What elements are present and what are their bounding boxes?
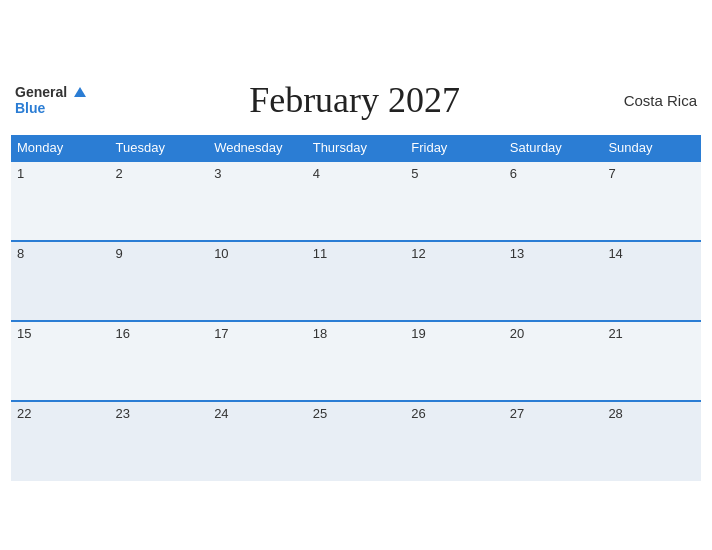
day-number: 14: [608, 246, 622, 261]
logo-blue: Blue: [15, 100, 45, 116]
calendar-day-cell: 3: [208, 161, 307, 241]
day-number: 19: [411, 326, 425, 341]
day-number: 23: [116, 406, 130, 421]
calendar-container: General Blue February 2027 Costa Rica Mo…: [11, 69, 701, 481]
calendar-day-cell: 23: [110, 401, 209, 481]
day-number: 4: [313, 166, 320, 181]
calendar-day-cell: 1: [11, 161, 110, 241]
day-number: 16: [116, 326, 130, 341]
calendar-day-cell: 27: [504, 401, 603, 481]
header-friday: Friday: [405, 135, 504, 161]
header-tuesday: Tuesday: [110, 135, 209, 161]
calendar-day-cell: 7: [602, 161, 701, 241]
calendar-day-cell: 20: [504, 321, 603, 401]
calendar-day-cell: 4: [307, 161, 406, 241]
header-thursday: Thursday: [307, 135, 406, 161]
calendar-day-cell: 21: [602, 321, 701, 401]
calendar-day-cell: 22: [11, 401, 110, 481]
header-sunday: Sunday: [602, 135, 701, 161]
calendar-day-cell: 28: [602, 401, 701, 481]
calendar-day-cell: 17: [208, 321, 307, 401]
day-number: 22: [17, 406, 31, 421]
logo-general: General: [15, 84, 67, 100]
day-number: 26: [411, 406, 425, 421]
calendar-day-cell: 12: [405, 241, 504, 321]
calendar-table: Monday Tuesday Wednesday Thursday Friday…: [11, 135, 701, 481]
day-number: 6: [510, 166, 517, 181]
day-number: 11: [313, 246, 327, 261]
calendar-week-row: 22232425262728: [11, 401, 701, 481]
day-number: 12: [411, 246, 425, 261]
day-number: 5: [411, 166, 418, 181]
logo: General Blue: [15, 84, 86, 116]
day-number: 15: [17, 326, 31, 341]
day-number: 18: [313, 326, 327, 341]
day-number: 10: [214, 246, 228, 261]
day-number: 17: [214, 326, 228, 341]
calendar-day-cell: 8: [11, 241, 110, 321]
calendar-day-cell: 18: [307, 321, 406, 401]
day-number: 27: [510, 406, 524, 421]
calendar-week-row: 15161718192021: [11, 321, 701, 401]
day-number: 1: [17, 166, 24, 181]
calendar-day-cell: 2: [110, 161, 209, 241]
day-number: 13: [510, 246, 524, 261]
day-number: 9: [116, 246, 123, 261]
header-saturday: Saturday: [504, 135, 603, 161]
calendar-title: February 2027: [249, 79, 460, 121]
calendar-day-cell: 25: [307, 401, 406, 481]
calendar-week-row: 891011121314: [11, 241, 701, 321]
logo-line1: General: [15, 84, 86, 100]
calendar-day-cell: 11: [307, 241, 406, 321]
header-monday: Monday: [11, 135, 110, 161]
day-number: 28: [608, 406, 622, 421]
day-number: 24: [214, 406, 228, 421]
calendar-header: General Blue February 2027 Costa Rica: [11, 69, 701, 135]
day-number: 20: [510, 326, 524, 341]
calendar-day-cell: 14: [602, 241, 701, 321]
calendar-day-cell: 6: [504, 161, 603, 241]
day-number: 8: [17, 246, 24, 261]
day-number: 25: [313, 406, 327, 421]
day-number: 7: [608, 166, 615, 181]
logo-line2: Blue: [15, 100, 86, 116]
calendar-day-cell: 19: [405, 321, 504, 401]
weekday-header-row: Monday Tuesday Wednesday Thursday Friday…: [11, 135, 701, 161]
day-number: 2: [116, 166, 123, 181]
calendar-day-cell: 5: [405, 161, 504, 241]
calendar-day-cell: 26: [405, 401, 504, 481]
country-label: Costa Rica: [624, 92, 697, 109]
header-wednesday: Wednesday: [208, 135, 307, 161]
calendar-day-cell: 24: [208, 401, 307, 481]
calendar-day-cell: 13: [504, 241, 603, 321]
calendar-week-row: 1234567: [11, 161, 701, 241]
logo-triangle-icon: [74, 87, 86, 97]
calendar-day-cell: 16: [110, 321, 209, 401]
calendar-day-cell: 9: [110, 241, 209, 321]
day-number: 3: [214, 166, 221, 181]
calendar-day-cell: 15: [11, 321, 110, 401]
day-number: 21: [608, 326, 622, 341]
calendar-day-cell: 10: [208, 241, 307, 321]
